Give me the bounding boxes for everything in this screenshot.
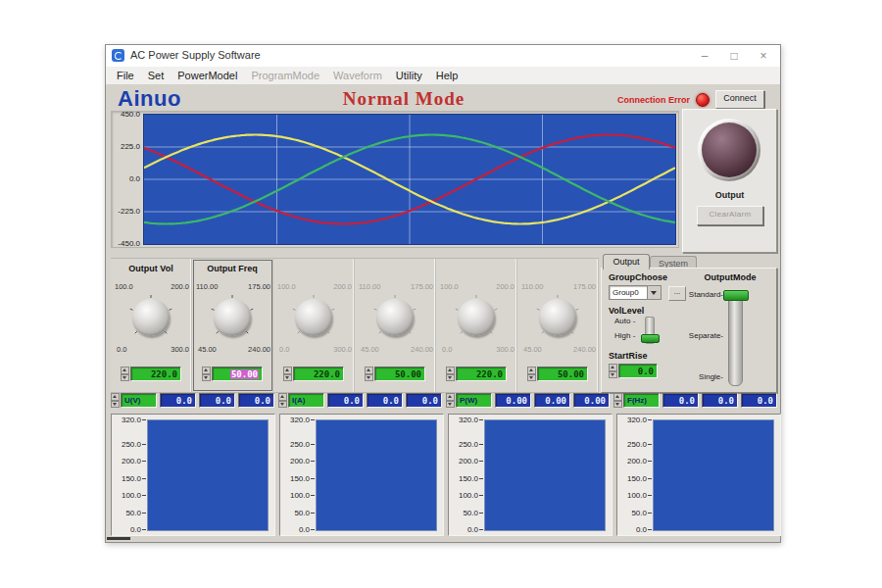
chevron-down-icon[interactable] [647, 286, 661, 299]
chart-y-tick [142, 419, 146, 420]
spin-down-icon[interactable] [527, 374, 536, 382]
knob-value-display[interactable]: 220.0 [293, 367, 344, 381]
spin-up-icon[interactable] [111, 393, 120, 401]
spin-up-icon[interactable] [613, 393, 622, 401]
meter-channel-spinner[interactable] [278, 393, 287, 408]
group-choose-dropdown[interactable]: Group0 [609, 285, 662, 300]
meter-channel-spinner[interactable] [613, 393, 622, 408]
chart-y-tick [648, 529, 652, 530]
menu-item-set[interactable]: Set [141, 70, 172, 81]
knob-wrap [290, 294, 337, 341]
knob-value-display[interactable]: 220.0 [456, 367, 507, 381]
knob-value-spinner[interactable] [446, 367, 455, 381]
chart-y-tick [142, 529, 146, 530]
close-icon[interactable]: × [749, 45, 778, 67]
knob-value-display[interactable]: 50.00 [212, 367, 263, 381]
meter-channel-spinner[interactable] [446, 393, 455, 408]
spin-up-icon[interactable] [609, 364, 617, 371]
knob-scale-label: 100.0 [277, 282, 296, 291]
menu-item-powermodel[interactable]: PowerModel [171, 70, 244, 81]
chart-y-tick-label: 250.0 [280, 439, 310, 448]
vol-level-slider-thumb[interactable] [641, 334, 660, 343]
spin-up-icon[interactable] [121, 367, 129, 374]
spin-up-icon[interactable] [365, 367, 373, 374]
meter-label: F(Hz) [623, 393, 660, 408]
spin-down-icon[interactable] [446, 374, 455, 382]
output-toggle-button[interactable] [702, 122, 757, 177]
spin-up-icon[interactable] [446, 367, 455, 374]
knob-control-row: Output Vol100.0200.00.0300.0220.0Output … [111, 258, 599, 393]
knob-value-display[interactable]: 50.00 [374, 367, 425, 381]
spin-down-icon[interactable] [613, 401, 622, 409]
chart-y-tick [479, 444, 483, 445]
menu-item-help[interactable]: Help [429, 70, 466, 81]
spin-up-icon[interactable] [202, 367, 211, 374]
meter-channel-spinner[interactable] [111, 393, 120, 408]
spin-down-icon[interactable] [202, 374, 211, 382]
knob-value-display[interactable]: 220.0 [130, 367, 181, 381]
knob-value-spinner[interactable] [283, 367, 292, 381]
output-mode-option-single[interactable]: Single [699, 372, 723, 381]
vol-level-label: VolLevel [609, 306, 644, 316]
start-rise-spinner[interactable] [609, 364, 617, 378]
start-rise-display[interactable]: 0.0 [618, 364, 658, 378]
knob-scale-label: 200.0 [496, 282, 514, 291]
knob-value-spinner[interactable] [365, 367, 373, 381]
knob-value-spinner[interactable] [202, 367, 211, 381]
output-mode-option-separate[interactable]: Separate [689, 331, 723, 340]
scrollbar-thumb[interactable] [107, 537, 130, 540]
chart-y-tick-label: 200.0 [112, 457, 141, 466]
connect-button[interactable]: Connect [715, 90, 764, 109]
title-bar[interactable]: AC Power Supply Software – □ × [106, 45, 780, 67]
chart-y-tick [311, 478, 315, 479]
knob-wrap [127, 294, 174, 341]
menu-item-file[interactable]: File [110, 70, 141, 81]
chart-plot-area [484, 419, 606, 531]
output-mode-slider-thumb[interactable] [723, 290, 749, 301]
spin-up-icon[interactable] [283, 367, 292, 374]
meter-group-4: F(Hz)0.00.00.0 [613, 393, 778, 408]
chart-plot-area [316, 419, 437, 531]
meter-value-display: 0.0 [327, 393, 364, 408]
knob-scale-label: 45.00 [523, 345, 542, 354]
spin-down-icon[interactable] [446, 401, 455, 409]
knob-value-display[interactable]: 50.00 [537, 367, 588, 381]
spin-down-icon[interactable] [111, 401, 120, 409]
clear-alarm-button[interactable]: ClearAlarm [697, 206, 763, 225]
spin-down-icon[interactable] [609, 371, 617, 379]
minimize-icon[interactable]: – [690, 45, 719, 67]
spin-up-icon[interactable] [527, 367, 536, 374]
knob-scale-label: 240.00 [411, 345, 433, 354]
knob-wrap [371, 294, 418, 341]
chart-y-tick-label: 150.0 [112, 473, 141, 482]
output-mode-label: OutputMode [688, 272, 772, 282]
spin-down-icon[interactable] [278, 401, 287, 409]
spin-up-icon[interactable] [446, 393, 455, 401]
spin-down-icon[interactable] [283, 374, 292, 382]
chart-y-tick [311, 529, 315, 530]
knob-scale-label: 100.0 [115, 282, 133, 291]
tab-output[interactable]: Output [603, 254, 650, 270]
spin-down-icon[interactable] [121, 374, 129, 382]
knob-scale-label: 45.00 [198, 345, 217, 354]
output-mode-option-standard[interactable]: Standard [689, 290, 723, 299]
knob-wrap [453, 294, 500, 341]
meter-group-1: U(V)0.00.00.0 [111, 393, 275, 408]
menu-item-waveform[interactable]: Waveform [326, 70, 389, 81]
knob-value-spinner[interactable] [121, 367, 129, 381]
knob-display-row: 50.00 [527, 367, 588, 381]
knob-scale-label: 45.00 [361, 345, 379, 354]
chart-y-tick-label: 0.0 [280, 525, 310, 534]
spin-down-icon[interactable] [365, 374, 373, 382]
menu-item-programmode[interactable]: ProgramMode [244, 70, 326, 81]
scope-y-tick-label: -225.0 [112, 207, 140, 216]
spin-up-icon[interactable] [278, 393, 287, 401]
measurement-chart-2: 320.0250.0200.0150.0100.050.00.0 [279, 414, 444, 536]
maximize-icon[interactable]: □ [719, 45, 749, 67]
menu-item-utility[interactable]: Utility [389, 70, 429, 81]
knob-value-spinner[interactable] [527, 367, 536, 381]
app-window: AC Power Supply Software – □ × FileSetPo… [105, 44, 781, 543]
knob-scale-label: 200.0 [171, 282, 189, 291]
group-more-button[interactable]: ... [668, 286, 686, 301]
output-mode-slider[interactable] [728, 290, 743, 386]
